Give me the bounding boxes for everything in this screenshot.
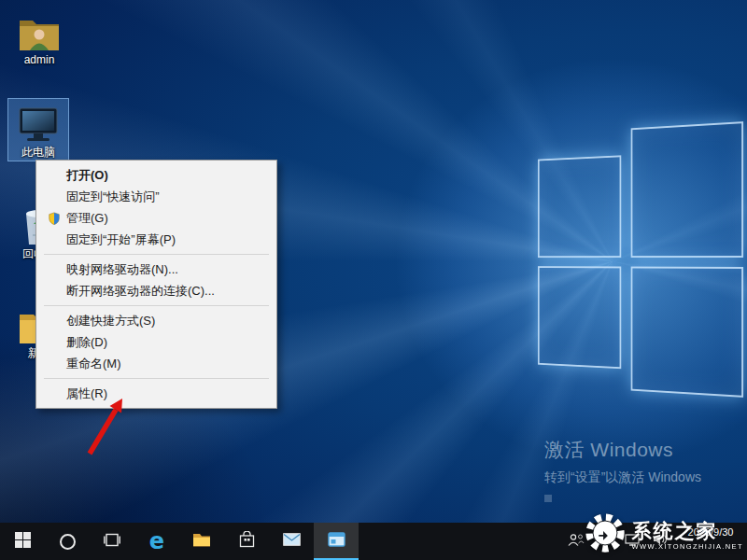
edge-icon: e [149,530,164,553]
mail-button[interactable] [269,523,314,560]
active-app-icon [328,532,345,551]
active-app-button[interactable] [314,523,359,560]
menu-item-manage[interactable]: 管理(G) [36,207,276,229]
windows-logo-pane-top-left [538,155,621,258]
start-icon [15,532,31,552]
activation-watermark: 激活 Windows 转到“设置”以激活 Windows [544,437,701,502]
menu-icon-slot [42,262,66,277]
start-button[interactable] [0,523,45,560]
site-url: WWW.XITONGZHIJIA.NET [631,542,743,551]
user-folder-icon [9,9,69,52]
desktop-icon-admin[interactable]: admin [9,9,69,66]
windows-logo-pane-bottom-left [538,266,621,369]
search-button[interactable] [45,523,90,560]
menu-icon-slot [42,189,66,204]
activation-mark [544,495,552,502]
windows-logo-pane-bottom-right [631,267,743,398]
menu-icon-slot [42,314,66,329]
menu-icon-slot [42,335,66,350]
menu-item-delete[interactable]: 删除(D) [36,331,276,353]
file-explorer-button[interactable] [179,523,224,560]
windows-logo [536,119,745,398]
menu-item-open[interactable]: 打开(O) [36,164,276,186]
menu-item-rename[interactable]: 重命名(M) [36,353,276,374]
menu-item-properties[interactable]: 属性(R) [36,383,276,404]
edge-button[interactable]: e [134,523,179,560]
uac-shield-icon [42,211,66,226]
menu-item-pin-to-start[interactable]: 固定到“开始”屏幕(P) [36,229,276,250]
desktop-icon-label: 此电脑 [8,147,68,159]
site-watermark-text: 系统之家 WWW.XITONGZHIJIA.NET [631,520,743,551]
menu-icon-slot [42,168,66,183]
task-view-icon [104,533,120,551]
menu-icon-slot [42,232,66,247]
store-button[interactable] [224,523,269,560]
context-menu: 打开(O) 固定到“快速访问” 管理(G) 固定到“开始”屏幕(P) 映射网络驱… [35,160,277,409]
desktop-icon-this-pc[interactable]: 此电脑 [8,99,68,161]
taskbar-left-group: e [0,523,359,560]
menu-icon-slot [42,357,66,371]
menu-icon-slot [42,284,66,299]
menu-item-disconnect-network-drive[interactable]: 断开网络驱动器的连接(C)... [36,280,276,301]
file-explorer-icon [192,532,211,552]
store-icon [239,531,255,552]
people-icon [568,533,585,551]
site-title: 系统之家 [631,520,743,541]
desktop-icon-label: admin [9,54,69,66]
menu-separator [44,305,269,306]
menu-separator [44,254,269,255]
activation-subtitle: 转到“设置”以激活 Windows [544,469,701,486]
task-view-button[interactable] [90,523,134,560]
mail-icon [283,533,301,550]
site-watermark-logo: 系统之家 WWW.XITONGZHIJIA.NET [583,511,743,559]
gear-icon [583,511,627,559]
menu-item-pin-quick-access[interactable]: 固定到“快速访问” [36,186,276,207]
red-arrow-annotation [75,378,140,462]
activation-title: 激活 Windows [544,437,701,463]
menu-icon-slot [42,386,66,401]
windows-logo-pane-top-right [631,121,743,258]
menu-item-create-shortcut[interactable]: 创建快捷方式(S) [36,310,276,331]
menu-item-map-network-drive[interactable]: 映射网络驱动器(N)... [36,259,276,280]
search-icon [60,534,76,550]
this-pc-icon [8,102,68,145]
